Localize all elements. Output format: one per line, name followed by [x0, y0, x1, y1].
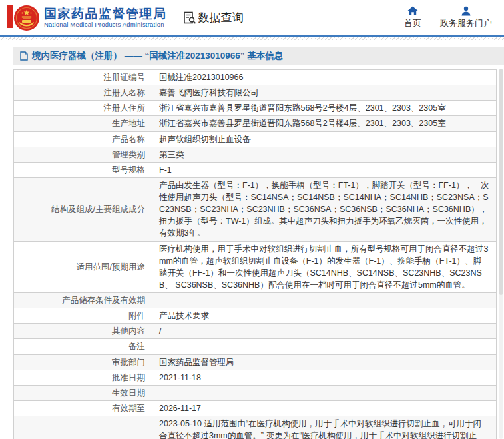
- row-value: 2021-11-18: [152, 370, 497, 385]
- row-value: 2026-11-17: [152, 400, 497, 416]
- home-icon: [407, 6, 418, 16]
- data-query-label: 数据查询: [198, 10, 244, 25]
- flag-accent: [7, 5, 13, 28]
- document-icon: [20, 51, 28, 61]
- registration-info-table: 注册证编号国械注准20213010966注册人名称嘉善飞阔医疗科技有限公司注册人…: [13, 69, 497, 439]
- hatch-divider: [0, 37, 504, 40]
- site-subtitle: National Medical Products Administration: [44, 21, 167, 28]
- registration-info-table-wrap: 注册证编号国械注准20213010966注册人名称嘉善飞阔医疗科技有限公司注册人…: [13, 69, 504, 439]
- row-label: 批准日期: [14, 370, 152, 385]
- table-row: 有效期至2026-11-17: [14, 400, 497, 416]
- row-label: 有效期至: [14, 400, 152, 416]
- row-value: [152, 293, 497, 308]
- breadcrumb: 境内医疗器械（注册） —— “国械注准20213010966” 基本信息: [13, 47, 504, 65]
- table-row: 生产地址浙江省嘉兴市嘉善县罗星街道晋阳东路568号2号楼4层、2301、2303…: [14, 116, 497, 131]
- table-row: 结构及组成/主要组成成分产品由发生器（型号：F-1），换能手柄（型号：FT-1）…: [14, 177, 497, 241]
- user-icon: [461, 6, 471, 16]
- table-row: 注册证编号国械注准20213010966: [14, 70, 497, 85]
- table-row: 注册人住所浙江省嘉兴市嘉善县罗星街道晋阳东路568号2号楼4层、2301、230…: [14, 101, 497, 116]
- row-label: 生产地址: [14, 116, 152, 131]
- row-label: 管理类别: [14, 147, 152, 162]
- row-label: 其他内容: [14, 324, 152, 339]
- row-value: 医疗机构使用，用于手术中对软组织进行切割止血，所有型号规格可用于闭合直径不超过3…: [152, 241, 497, 293]
- info-table-body: 注册证编号国械注准20213010966注册人名称嘉善飞阔医疗科技有限公司注册人…: [14, 70, 497, 439]
- row-label: 注册人住所: [14, 101, 152, 116]
- data-query-icon: [183, 11, 196, 25]
- table-row: 管理类别第三类: [14, 147, 497, 162]
- row-label: 产品名称: [14, 131, 152, 147]
- nav-home-label: 首页: [404, 17, 421, 29]
- table-row: 附件产品技术要求: [14, 308, 497, 324]
- row-label: 注册人名称: [14, 85, 152, 101]
- row-value: [152, 385, 497, 400]
- header-nav: 首页 政务服务门户: [404, 6, 492, 29]
- row-label: 注册证编号: [14, 70, 152, 85]
- site-title-block: 国家药品监督管理局 National Medical Products Admi…: [44, 7, 167, 29]
- row-label: 产品储存条件及有效期: [14, 293, 152, 308]
- row-label: 备注: [14, 339, 152, 354]
- table-row: 其他内容/: [14, 324, 497, 339]
- row-value: 浙江省嘉兴市嘉善县罗星街道晋阳东路568号2号楼4层、2301、2303、230…: [152, 101, 497, 116]
- breadcrumb-text: 境内医疗器械（注册） —— “国械注准20213010966” 基本信息: [32, 50, 283, 62]
- row-value: 超声软组织切割止血设备: [152, 131, 497, 147]
- row-value: 第三类: [152, 147, 497, 162]
- row-label: 审批部门: [14, 354, 152, 370]
- table-row: 产品名称超声软组织切割止血设备: [14, 131, 497, 147]
- scrollbar-thumb[interactable]: [499, 69, 503, 295]
- nav-gov-portal[interactable]: 政务服务门户: [440, 6, 492, 29]
- table-row: 变更情况2023-05-10 适用范围由“在医疗机构使用，用于手术中对软组织进行…: [14, 416, 497, 439]
- page-scrollbar[interactable]: [499, 69, 503, 439]
- data-query-tab[interactable]: 数据查询: [183, 10, 244, 25]
- site-title: 国家药品监督管理局: [44, 7, 167, 21]
- row-value: 国械注准20213010966: [152, 70, 497, 85]
- row-label: 变更情况: [14, 416, 152, 439]
- table-row: 生效日期: [14, 385, 497, 400]
- table-row: 适用范围/预期用途医疗机构使用，用于手术中对软组织进行切割止血，所有型号规格可用…: [14, 241, 497, 293]
- row-label: 生效日期: [14, 385, 152, 400]
- row-label: 适用范围/预期用途: [14, 241, 152, 293]
- row-value: 产品技术要求: [152, 308, 497, 324]
- table-row: 产品储存条件及有效期: [14, 293, 497, 308]
- row-value: F-1: [152, 162, 497, 177]
- row-value: [152, 339, 497, 354]
- table-row: 注册人名称嘉善飞阔医疗科技有限公司: [14, 85, 497, 101]
- row-value: 浙江省嘉兴市嘉善县罗星街道晋阳东路568号2号楼4层、2301、2303、230…: [152, 116, 497, 131]
- row-value: 嘉善飞阔医疗科技有限公司: [152, 85, 497, 101]
- row-value: 国家药品监督管理局: [152, 354, 497, 370]
- row-value: 产品由发生器（型号：F-1），换能手柄（型号：FT-1），脚踏开关（型号：FF-…: [152, 177, 497, 241]
- row-value: /: [152, 324, 497, 339]
- nav-gov-portal-label: 政务服务门户: [440, 17, 492, 29]
- national-emblem-logo: [14, 5, 39, 31]
- table-row: 型号规格F-1: [14, 162, 497, 177]
- table-row: 审批部门国家药品监督管理局: [14, 354, 497, 370]
- row-value: 2023-05-10 适用范围由“在医疗机构使用，用于手术中对软组织进行切割止血…: [152, 416, 497, 439]
- table-row: 批准日期2021-11-18: [14, 370, 497, 385]
- row-label: 附件: [14, 308, 152, 324]
- row-label: 结构及组成/主要组成成分: [14, 177, 152, 241]
- row-label: 型号规格: [14, 162, 152, 177]
- nav-home[interactable]: 首页: [404, 6, 421, 29]
- table-row: 备注: [14, 339, 497, 354]
- site-header: 国家药品监督管理局 National Medical Products Admi…: [0, 0, 504, 35]
